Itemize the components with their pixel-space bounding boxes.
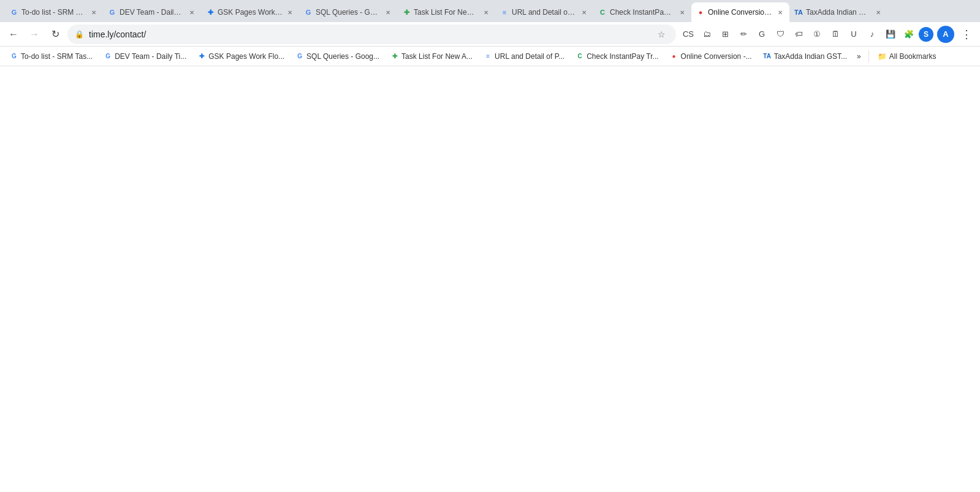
bookmark-favicon: G	[10, 52, 18, 61]
bookmark-favicon: ✚	[197, 52, 206, 61]
grammarly-ext-icon[interactable]: G	[753, 26, 770, 43]
bookmark-item-bm-3[interactable]: ✚GSK Pages Work Flo...	[192, 50, 289, 63]
forward-button[interactable]: →	[26, 26, 43, 43]
browser-tab-tab-9[interactable]: TATaxAdda Indian GST...✕	[789, 2, 887, 22]
tab-label: DEV Team - Daily Ti...	[120, 8, 184, 17]
tab-favicon: G	[108, 8, 116, 17]
bookmark-label: Check InstantPay Tr...	[587, 52, 658, 61]
num-ext-icon[interactable]: ①	[808, 26, 826, 43]
tab-close-button[interactable]: ✕	[384, 8, 392, 17]
browser-tab-tab-6[interactable]: ≡URL and Detail of P...✕	[495, 2, 593, 22]
tab-favicon: G	[304, 8, 313, 17]
bookmark-item-bm-9[interactable]: TATaxAdda Indian GST...	[758, 50, 852, 63]
bookmark-item-bm-4[interactable]: GSQL Queries - Goog...	[291, 50, 384, 63]
bookmark-label: TaxAdda Indian GST...	[774, 52, 847, 61]
browser-tab-tab-4[interactable]: GSQL Queries - Goog...✕	[299, 2, 397, 22]
tab-label: TaxAdda Indian GST...	[806, 8, 871, 17]
tab-label: Check InstantPay Tr...	[610, 8, 675, 17]
bookmark-star-button[interactable]: ☆	[654, 27, 669, 42]
all-bookmarks-button[interactable]: 📁All Bookmarks	[873, 50, 941, 63]
cs-ext-icon[interactable]: CS	[680, 26, 697, 43]
toolbar: ← → ↻ 🔒 ☆ CS🗂⊞✏G🛡🏷①🗓U♪💾🧩S A ⋮	[0, 22, 980, 47]
bookmark-favicon: TA	[763, 52, 772, 61]
bookmark-label: Task List For New A...	[401, 52, 473, 61]
browser-tab-tab-8[interactable]: ●Online Conversion -...✕	[691, 2, 789, 22]
tab-label: URL and Detail of P...	[512, 8, 577, 17]
tab-favicon: G	[10, 8, 18, 17]
tab-close-button[interactable]: ✕	[678, 8, 686, 17]
tab-label: GSK Pages Work Flo...	[218, 8, 283, 17]
browser-frame: GTo-do list - SRM Tas...✕GDEV Team - Dai…	[0, 0, 980, 492]
tab-close-button[interactable]: ✕	[188, 8, 196, 17]
tag-ext-icon[interactable]: 🏷	[790, 26, 807, 43]
bookmark-item-bm-2[interactable]: GDEV Team - Daily Ti...	[99, 50, 191, 63]
tab-favicon: ✚	[402, 8, 411, 17]
bookmark-label: Online Conversion -...	[681, 52, 752, 61]
browser-tab-tab-3[interactable]: ✚GSK Pages Work Flo...✕	[201, 2, 299, 22]
tab-bar: GTo-do list - SRM Tas...✕GDEV Team - Dai…	[0, 0, 980, 22]
bookmark-label: To-do list - SRM Tas...	[21, 52, 93, 61]
bookmark-favicon: G	[295, 52, 304, 61]
extensions-icon[interactable]: 🧩	[900, 26, 917, 43]
files-ext-icon[interactable]: 🗂	[698, 26, 715, 43]
back-button[interactable]: ←	[5, 26, 22, 43]
bookmark-item-bm-7[interactable]: CCheck InstantPay Tr...	[571, 50, 663, 63]
browser-tab-tab-5[interactable]: ✚Task List For New A...✕	[397, 2, 495, 22]
pen-ext-icon[interactable]: ✏	[735, 26, 752, 43]
tab-close-button[interactable]: ✕	[776, 8, 784, 17]
bookmarks-bar: GTo-do list - SRM Tas...GDEV Team - Dail…	[0, 47, 980, 66]
shield-ext-icon[interactable]: 🛡	[772, 26, 789, 43]
tab-label: To-do list - SRM Tas...	[21, 8, 86, 17]
save-ext-icon[interactable]: 💾	[882, 26, 899, 43]
bookmark-label: DEV Team - Daily Ti...	[115, 52, 186, 61]
page-content	[0, 66, 980, 492]
tab-close-button[interactable]: ✕	[482, 8, 490, 17]
security-icon: 🔒	[75, 30, 84, 39]
tab-favicon: C	[598, 8, 607, 17]
bookmarks-separator	[868, 50, 869, 63]
reload-button[interactable]: ↻	[47, 26, 64, 43]
tab-label: SQL Queries - Goog...	[316, 8, 381, 17]
bookmark-favicon: ✚	[390, 52, 399, 61]
tab-label: Task List For New A...	[414, 8, 479, 17]
tab-label: Online Conversion -...	[708, 8, 773, 17]
more-bookmarks-button[interactable]: »	[853, 50, 865, 63]
bookmark-item-bm-5[interactable]: ✚Task List For New A...	[386, 50, 477, 63]
grid-ext-icon[interactable]: ⊞	[716, 26, 734, 43]
tab-close-button[interactable]: ✕	[580, 8, 588, 17]
extensions-area: CS🗂⊞✏G🛡🏷①🗓U♪💾🧩S	[680, 26, 933, 43]
tab-close-button[interactable]: ✕	[874, 8, 883, 17]
tab-favicon: ≡	[500, 8, 509, 17]
profile-button[interactable]: A	[937, 26, 954, 43]
bookmark-label: GSK Pages Work Flo...	[208, 52, 284, 61]
bookmark-item-bm-6[interactable]: ≡URL and Detail of P...	[479, 50, 569, 63]
bookmark-label: URL and Detail of P...	[495, 52, 564, 61]
bookmark-item-bm-1[interactable]: GTo-do list - SRM Tas...	[5, 50, 97, 63]
browser-tab-tab-7[interactable]: CCheck InstantPay Tr...✕	[593, 2, 691, 22]
menu-button[interactable]: ⋮	[958, 26, 975, 43]
address-bar: 🔒 ☆	[67, 25, 676, 44]
url-input[interactable]	[89, 29, 649, 39]
tab-favicon: TA	[794, 8, 803, 17]
bookmark-label: SQL Queries - Goog...	[306, 52, 379, 61]
folder-icon: 📁	[878, 52, 887, 61]
music-ext-icon[interactable]: ♪	[864, 26, 881, 43]
bookmark-favicon: C	[575, 52, 584, 61]
tab-close-button[interactable]: ✕	[286, 8, 294, 17]
tab-close-button[interactable]: ✕	[89, 8, 98, 17]
form-ext-icon[interactable]: 🗓	[827, 26, 844, 43]
tab-favicon: ●	[696, 8, 705, 17]
extension-profile-icon[interactable]: S	[919, 27, 933, 42]
bookmark-favicon: G	[104, 52, 112, 61]
browser-tab-tab-2[interactable]: GDEV Team - Daily Ti...✕	[103, 2, 201, 22]
bookmark-favicon: ≡	[484, 52, 492, 61]
ublock-ext-icon[interactable]: U	[845, 26, 862, 43]
browser-tab-tab-1[interactable]: GTo-do list - SRM Tas...✕	[5, 2, 103, 22]
tab-favicon: ✚	[206, 8, 215, 17]
all-bookmarks-label: All Bookmarks	[889, 52, 936, 61]
bookmark-item-bm-8[interactable]: ●Online Conversion -...	[665, 50, 757, 63]
bookmark-favicon: ●	[670, 52, 678, 61]
